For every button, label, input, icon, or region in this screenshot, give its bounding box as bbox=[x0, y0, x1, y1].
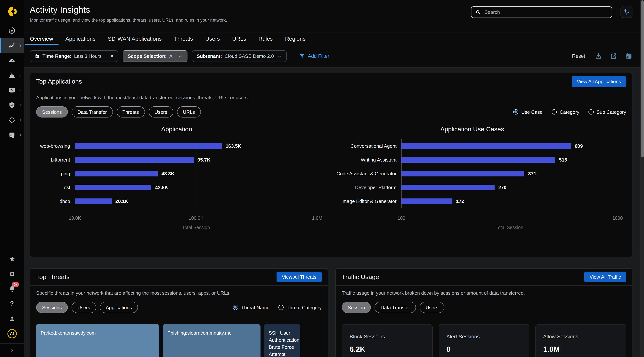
stat-value: 1.0M bbox=[543, 345, 618, 354]
person-icon bbox=[8, 315, 16, 322]
sidebar-item-monitor[interactable] bbox=[0, 83, 24, 98]
sidebar-help-button[interactable]: ? bbox=[0, 296, 24, 311]
sidebar-item-workflows[interactable] bbox=[0, 113, 24, 128]
sidebar-user-profile-button[interactable] bbox=[0, 311, 24, 326]
radio-threat-category[interactable]: Threat Category bbox=[278, 304, 322, 310]
calendar-icon[interactable] bbox=[625, 53, 632, 60]
copilot-button[interactable] bbox=[620, 6, 632, 18]
search-icon bbox=[475, 9, 481, 15]
category-label: Conversational Agent bbox=[350, 139, 402, 153]
search-input[interactable] bbox=[484, 9, 608, 15]
radio-label: Threat Category bbox=[286, 304, 322, 310]
sidebar-item-reports[interactable] bbox=[0, 128, 24, 143]
sidebar-favorites-button[interactable] bbox=[0, 251, 24, 266]
panel-description: Specific threats in your network that ar… bbox=[36, 290, 322, 296]
time-range-segment: Time Range: Last 3 Hours bbox=[30, 53, 106, 59]
chevron-right-icon bbox=[18, 118, 22, 122]
page-scrollbar[interactable] bbox=[640, 0, 644, 357]
shield-check-icon bbox=[8, 102, 16, 109]
bar[interactable] bbox=[75, 198, 112, 204]
bar[interactable] bbox=[402, 198, 452, 204]
tab-users[interactable]: Users bbox=[205, 33, 220, 45]
scrollbar-thumb[interactable] bbox=[641, 0, 644, 157]
treemap-block[interactable]: SSH User Authentication Brute Force Atte… bbox=[264, 324, 300, 357]
top-applications-panel: Top Applications View All Applications A… bbox=[30, 73, 632, 257]
pill-users[interactable]: Users bbox=[420, 302, 444, 313]
download-icon[interactable] bbox=[595, 53, 602, 60]
pill-sessions[interactable]: Sessions bbox=[36, 106, 68, 118]
remove-time-filter-button[interactable] bbox=[106, 51, 118, 62]
category-label: dhcp bbox=[60, 194, 75, 208]
bar[interactable] bbox=[402, 157, 555, 163]
bar-value-label: 163.5K bbox=[226, 139, 241, 153]
tab-regions[interactable]: Regions bbox=[285, 33, 306, 45]
search-box[interactable] bbox=[471, 6, 612, 18]
pill-users[interactable]: Users bbox=[72, 302, 96, 313]
filter-chip-subtenant[interactable]: Subtenant: Cloud SASE Demo 2.0 bbox=[192, 50, 286, 62]
stat-value: 6.2K bbox=[350, 345, 425, 354]
tab-urls[interactable]: URLs bbox=[232, 33, 246, 45]
tab-applications[interactable]: Applications bbox=[66, 33, 96, 45]
reset-button[interactable]: Reset bbox=[572, 53, 585, 59]
brand-logo[interactable] bbox=[0, 0, 24, 23]
gauge-icon bbox=[8, 57, 16, 64]
sidebar-item-activity-insights[interactable] bbox=[0, 38, 24, 53]
bar[interactable] bbox=[402, 185, 494, 190]
pill-users[interactable]: Users bbox=[148, 106, 173, 118]
sidebar-item-security-posture[interactable] bbox=[0, 98, 24, 113]
bar[interactable] bbox=[75, 143, 222, 149]
sidebar-item-command-center[interactable] bbox=[0, 23, 24, 38]
tab-sd-wan-applications[interactable]: SD-WAN Applications bbox=[108, 33, 162, 45]
sidebar-notifications-button[interactable]: 9+ bbox=[0, 281, 24, 296]
bar[interactable] bbox=[402, 143, 571, 149]
pill-sessions[interactable]: Sessions bbox=[36, 302, 68, 313]
radio-category[interactable]: Category bbox=[552, 109, 580, 115]
radio-sub-category[interactable]: Sub Category bbox=[588, 109, 626, 115]
bar[interactable] bbox=[75, 185, 151, 190]
group-by-radios: Use CaseCategorySub Category bbox=[513, 109, 626, 115]
bar[interactable] bbox=[402, 171, 524, 176]
pill-threats[interactable]: Threats bbox=[116, 106, 145, 118]
pill-urls[interactable]: URLs bbox=[177, 106, 201, 118]
radio-threat-name[interactable]: Threat Name bbox=[233, 304, 270, 310]
metric-pills: SessionsUsersApplications bbox=[36, 302, 138, 313]
tab-rules[interactable]: Rules bbox=[258, 33, 273, 45]
sidebar-settings-button[interactable] bbox=[0, 266, 24, 281]
treemap-block[interactable]: Parked:kentonsawdy.com bbox=[36, 324, 159, 357]
pill-session[interactable]: Session bbox=[342, 302, 371, 313]
panel-description: Traffic usage in your network broken dow… bbox=[342, 290, 626, 296]
metric-pills: SessionsData TransferThreatsUsersURLs bbox=[36, 106, 201, 118]
add-filter-button[interactable]: Add Filter bbox=[299, 53, 330, 59]
subtenant-label: Subtenant: bbox=[196, 53, 222, 59]
page-title: Activity Insights bbox=[30, 5, 227, 15]
sidebar-tenant-avatar-button[interactable]: CI bbox=[0, 326, 24, 341]
main-area: Activity Insights Monitor traffic usage,… bbox=[24, 0, 640, 357]
filter-actions: Reset bbox=[572, 53, 632, 60]
export-icon[interactable] bbox=[610, 53, 617, 60]
chevron-right-icon bbox=[18, 103, 22, 107]
bar[interactable] bbox=[75, 171, 158, 176]
chart-plot: web-browsing163.5Kbittorrent95.7Kping48.… bbox=[75, 139, 317, 208]
view-all-traffic-button[interactable]: View All Traffic bbox=[584, 272, 626, 282]
sidebar-item-incidents-alerts[interactable] bbox=[0, 68, 24, 83]
treemap-block-label: SSH User Authentication Brute Force Atte… bbox=[269, 329, 296, 357]
radio-dot bbox=[513, 109, 518, 115]
filter-chip-scope[interactable]: Scope Selection: All bbox=[123, 50, 187, 62]
threats-treemap: Parked:kentonsawdy.comPhishing:slearncom… bbox=[36, 324, 322, 357]
pill-data-transfer[interactable]: Data Transfer bbox=[72, 106, 113, 118]
tab-threats[interactable]: Threats bbox=[174, 33, 193, 45]
filter-chip-time-range[interactable]: Time Range: Last 3 Hours bbox=[30, 50, 118, 62]
sidebar-expand-button[interactable] bbox=[0, 343, 24, 357]
pill-data-transfer[interactable]: Data Transfer bbox=[375, 302, 416, 313]
radio-dot bbox=[588, 109, 594, 115]
pill-applications[interactable]: Applications bbox=[100, 302, 138, 313]
radio-use-case[interactable]: Use Case bbox=[513, 109, 542, 115]
view-all-threats-button[interactable]: View All Threats bbox=[277, 272, 322, 282]
view-all-applications-button[interactable]: View All Applications bbox=[572, 76, 626, 87]
category-label: bittorrent bbox=[51, 153, 75, 167]
treemap-block[interactable]: Phishing:slearncommnuity.me bbox=[163, 324, 260, 357]
bar[interactable] bbox=[75, 157, 194, 163]
tab-overview[interactable]: Overview bbox=[30, 33, 53, 45]
sidebar-item-dashboards[interactable] bbox=[0, 53, 24, 68]
scope-value: All bbox=[169, 53, 174, 59]
